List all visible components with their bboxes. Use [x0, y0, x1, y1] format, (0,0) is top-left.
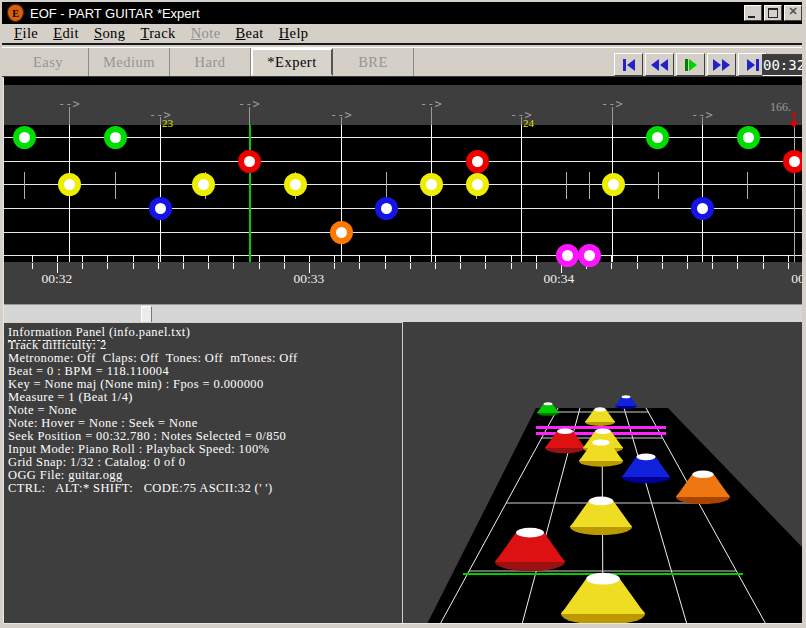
timeline-tick	[158, 263, 159, 269]
note-green[interactable]	[13, 126, 36, 149]
piano-roll-editor[interactable]: -->-->23-->-->-->-->24-->-->00:3200:3300…	[4, 77, 802, 322]
ruler-tick	[259, 255, 260, 262]
ruler-tick	[309, 255, 310, 262]
note-purple[interactable]	[578, 244, 601, 267]
window-title: EOF - PART GUITAR *Expert	[30, 6, 200, 21]
preview-note-top	[594, 407, 606, 411]
scrollbar-thumb[interactable]	[141, 306, 152, 322]
timeline-label: 00	[768, 271, 802, 287]
note-yellow[interactable]	[602, 173, 625, 196]
ruler-tick	[485, 255, 486, 262]
note-red[interactable]	[238, 150, 261, 173]
ruler-tick	[233, 255, 234, 262]
note-red[interactable]	[466, 150, 489, 173]
timeline-tick	[511, 263, 512, 269]
menu-help[interactable]: Help	[279, 25, 309, 42]
horizontal-scrollbar[interactable]	[4, 304, 802, 322]
go-to-start-icon	[623, 59, 626, 71]
timeline-tick	[611, 263, 612, 269]
window-border-bottom	[0, 624, 806, 628]
note-yellow[interactable]	[466, 173, 489, 196]
menu-track[interactable]: Track	[140, 25, 175, 42]
fast-forward-button[interactable]	[707, 53, 736, 76]
timeline-tick	[788, 263, 789, 269]
go-to-start-button[interactable]	[614, 53, 643, 76]
timeline-ruler[interactable]	[4, 262, 802, 304]
timeline-tick	[233, 263, 234, 269]
ruler-tick	[32, 255, 33, 262]
window-controls: ✕	[742, 5, 802, 21]
tab-easy[interactable]: Easy	[8, 48, 89, 76]
ruler-tick	[737, 255, 738, 262]
go-to-end-icon	[756, 59, 759, 71]
note-yellow[interactable]	[284, 173, 307, 196]
note-blue[interactable]	[375, 197, 398, 220]
tab-medium[interactable]: Medium	[89, 48, 170, 76]
maximize-button[interactable]	[764, 5, 782, 21]
end-marker-line	[794, 127, 795, 262]
lane-line-4	[4, 232, 802, 233]
end-marker-arrow-icon	[793, 112, 795, 122]
menu-note[interactable]: Note	[191, 25, 221, 42]
ruler-tick	[511, 255, 512, 262]
preview-note-top	[636, 453, 655, 460]
beat-arrow-icon[interactable]: -->	[420, 97, 442, 111]
minimize-button[interactable]	[744, 5, 762, 21]
ruler-tick	[385, 255, 386, 262]
grid-snap-tick	[589, 172, 590, 199]
tab-hard[interactable]: Hard	[170, 48, 251, 76]
beat-arrow-icon[interactable]: -->	[330, 108, 352, 122]
grid-snap-tick	[658, 172, 659, 199]
tab-bre[interactable]: BRE	[333, 48, 414, 76]
timeline-label: 00:33	[279, 271, 339, 287]
go-to-end-icon	[747, 59, 755, 71]
timeline-label: 00:32	[27, 271, 87, 287]
note-red[interactable]	[783, 150, 802, 173]
ruler-tick	[637, 255, 638, 262]
menu-song[interactable]: Song	[94, 25, 125, 42]
timeline-tick	[183, 263, 184, 269]
beat-arrow-icon[interactable]: -->	[58, 97, 80, 111]
inner-frame-left	[3, 78, 4, 623]
lane-line-2	[4, 184, 802, 185]
timeline-tick	[662, 263, 663, 269]
note-yellow[interactable]	[192, 173, 215, 196]
note-yellow[interactable]	[58, 173, 81, 196]
info-panel-title-suffix: (info.panel.txt)	[105, 325, 190, 339]
ruler-tick	[82, 255, 83, 262]
timeline-tick	[737, 263, 738, 269]
rewind-button[interactable]	[645, 53, 674, 76]
beat-arrow-icon[interactable]: -->	[238, 97, 260, 111]
end-marker-label: 166.	[770, 100, 791, 115]
info-line: CTRL: ALT:* SHIFT: CODE:75 ASCII:32 (' '…	[8, 482, 402, 495]
preview-note-top	[586, 573, 620, 585]
note-blue[interactable]	[149, 197, 172, 220]
beat-marker-band[interactable]	[4, 85, 802, 125]
close-button[interactable]: ✕	[784, 5, 802, 21]
tab-expert[interactable]: *Expert	[251, 48, 333, 76]
play-button[interactable]	[676, 53, 705, 76]
beat-arrow-icon[interactable]: -->	[691, 108, 713, 122]
note-green[interactable]	[646, 126, 669, 149]
minimize-icon	[748, 16, 755, 18]
ruler-tick	[57, 255, 58, 262]
preview-note-top	[595, 428, 611, 434]
menu-edit[interactable]: Edit	[53, 25, 79, 42]
timeline-tick	[107, 263, 108, 269]
seek-line	[249, 125, 251, 262]
note-blue[interactable]	[691, 197, 714, 220]
ruler-tick	[435, 255, 436, 262]
note-yellow[interactable]	[420, 173, 443, 196]
note-orange[interactable]	[330, 221, 353, 244]
note-green[interactable]	[737, 126, 760, 149]
menu-beat[interactable]: Beat	[235, 25, 263, 42]
timeline-tick	[536, 263, 537, 269]
timeline-tick	[284, 263, 285, 269]
menu-file[interactable]: File	[14, 25, 38, 42]
ruler-tick	[410, 255, 411, 262]
grid-snap-tick	[386, 172, 387, 199]
note-purple[interactable]	[556, 244, 579, 267]
beat-arrow-icon[interactable]: -->	[601, 97, 623, 111]
note-green[interactable]	[104, 126, 127, 149]
preview-note-top	[544, 402, 553, 405]
